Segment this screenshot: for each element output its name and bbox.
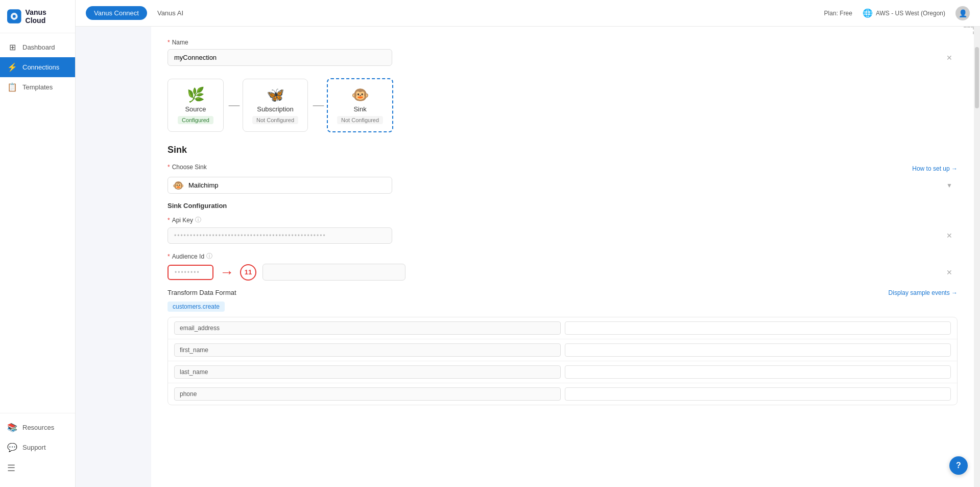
mapping-value-2[interactable]: [565, 365, 951, 379]
audience-annotation: •••••••• → 11 ✕: [168, 264, 958, 281]
audience-input-wrapper: ✕: [262, 264, 958, 281]
svg-point-2: [13, 15, 16, 18]
user-avatar[interactable]: 👤: [955, 6, 970, 20]
pipeline-step-source[interactable]: 🌿 Source Configured: [168, 79, 224, 132]
mapping-value-3[interactable]: [565, 387, 951, 401]
mapping-row-0: [168, 317, 957, 339]
mailchimp-icon: 🐵: [173, 180, 184, 191]
sidebar-item-label: Resources: [22, 424, 54, 431]
support-icon: 💬: [7, 443, 17, 452]
main: * Name ✕ 🌿 Source Configured ···········…: [151, 27, 980, 487]
mapping-value-1[interactable]: [565, 343, 951, 357]
scrollbar[interactable]: [974, 27, 980, 487]
scrollbar-thumb[interactable]: [975, 47, 979, 108]
pipeline-step-sink[interactable]: 🐵 Sink Not Configured: [327, 78, 393, 132]
sidebar-item-label: Dashboard: [22, 43, 55, 51]
sink-select-wrapper: 🐵 Mailchimp ▼: [168, 177, 958, 194]
transform-header: Transform Data Format Display sample eve…: [168, 289, 958, 296]
chevron-down-icon: ▼: [946, 182, 952, 189]
api-key-label: * Api Key ⓘ: [168, 216, 958, 224]
dashed-corner-top: [964, 27, 974, 34]
region-label: AWS - US West (Oregon): [876, 10, 945, 17]
audience-id-label: * Audience Id ⓘ: [168, 252, 958, 261]
region-badge: 🌐 AWS - US West (Oregon): [863, 8, 945, 18]
name-input[interactable]: [168, 49, 392, 66]
sidebar-item-label: Templates: [22, 83, 53, 91]
mapping-field-1[interactable]: [174, 343, 561, 357]
mapping-field-2[interactable]: [174, 365, 561, 379]
audience-id-field: * Audience Id ⓘ •••••••• → 11 ✕: [168, 252, 958, 281]
resources-icon: 📚: [7, 423, 17, 432]
globe-icon: 🌐: [863, 8, 873, 18]
source-label: Source: [185, 105, 206, 113]
sidebar-item-templates[interactable]: 📋 Templates: [0, 77, 75, 97]
sidebar-item-support[interactable]: 💬 Support: [0, 437, 75, 457]
choose-sink-field: * Choose Sink How to set up → 🐵 Mailchim…: [168, 164, 958, 194]
sink-section-title: Sink: [168, 145, 958, 155]
pipeline-arrow-1: ·····················: [224, 100, 243, 111]
audience-clear-button[interactable]: ✕: [946, 268, 952, 276]
subscription-icon: 🦋: [267, 86, 284, 103]
required-star-2: *: [168, 164, 170, 171]
sidebar-bottom: 📚 Resources 💬 Support ☰: [0, 413, 75, 487]
mapping-value-0[interactable]: [565, 321, 951, 335]
required-star: *: [168, 39, 170, 46]
sidebar-item-label: Support: [22, 444, 46, 451]
mapping-row-1: [168, 339, 957, 361]
api-key-input[interactable]: [168, 227, 392, 244]
choose-sink-label: * Choose Sink: [168, 164, 207, 171]
display-sample-link[interactable]: Display sample events →: [889, 289, 958, 296]
api-key-input-wrapper: ✕: [168, 227, 958, 244]
mapping-table: [168, 317, 958, 405]
sidebar-item-connections[interactable]: ⚡ Connections: [0, 57, 75, 77]
tab-vanus-connect[interactable]: Vanus Connect: [86, 6, 147, 20]
sink-icon: 🐵: [351, 86, 369, 103]
sink-select[interactable]: Mailchimp: [168, 177, 392, 194]
source-status: Configured: [178, 116, 213, 124]
pipeline-step-subscription[interactable]: 🦋 Subscription Not Configured: [243, 79, 308, 132]
pipeline-arrow-2: ·····················: [308, 100, 327, 111]
required-star-3: *: [168, 217, 170, 224]
plan-badge: Plan: Free: [824, 10, 852, 17]
how-to-setup-link[interactable]: How to set up →: [912, 165, 958, 172]
choose-sink-header: * Choose Sink How to set up →: [168, 164, 958, 174]
annotation-circle: 11: [240, 264, 256, 281]
annotation-box: ••••••••: [168, 265, 213, 280]
subscription-status: Not Configured: [252, 116, 298, 124]
logo: Vanus Cloud: [0, 0, 75, 33]
api-key-clear-button[interactable]: ✕: [946, 231, 952, 240]
sink-label: Sink: [353, 105, 366, 113]
name-clear-button[interactable]: ✕: [946, 54, 952, 62]
content-area: * Name ✕ 🌿 Source Configured ···········…: [151, 27, 974, 487]
mapping-row-2: [168, 361, 957, 383]
api-key-field: * Api Key ⓘ ✕: [168, 216, 958, 244]
menu-icon[interactable]: ☰: [0, 457, 75, 479]
sidebar-item-resources[interactable]: 📚 Resources: [0, 418, 75, 437]
mapping-field-3[interactable]: [174, 387, 561, 401]
active-tag[interactable]: customers.create: [168, 302, 225, 312]
audience-id-input[interactable]: [262, 264, 405, 281]
api-key-info-icon[interactable]: ⓘ: [195, 216, 201, 224]
sidebar: Vanus Cloud ⊞ Dashboard ⚡ Connections 📋 …: [0, 0, 76, 487]
sidebar-nav: ⊞ Dashboard ⚡ Connections 📋 Templates: [0, 33, 75, 413]
name-section: * Name ✕: [168, 39, 958, 66]
topbar: Vanus Connect Vanus AI Plan: Free 🌐 AWS …: [76, 0, 980, 27]
name-input-wrapper: ✕: [168, 49, 958, 66]
sink-status: Not Configured: [337, 116, 383, 124]
source-icon: 🌿: [187, 86, 205, 103]
topbar-tabs: Vanus Connect Vanus AI: [86, 6, 192, 20]
help-button[interactable]: ?: [949, 456, 968, 475]
audience-id-info-icon[interactable]: ⓘ: [206, 252, 212, 261]
sidebar-item-dashboard[interactable]: ⊞ Dashboard: [0, 37, 75, 57]
pipeline: 🌿 Source Configured ····················…: [168, 78, 958, 132]
name-label: * Name: [168, 39, 958, 46]
subscription-label: Subscription: [257, 105, 294, 113]
required-star-4: *: [168, 253, 170, 260]
sink-config-title: Sink Configuration: [168, 202, 958, 210]
topbar-right: Plan: Free 🌐 AWS - US West (Oregon) 👤: [824, 6, 970, 20]
connections-icon: ⚡: [7, 62, 17, 72]
sidebar-item-label: Connections: [22, 63, 59, 71]
templates-icon: 📋: [7, 82, 17, 92]
mapping-field-0[interactable]: [174, 321, 561, 335]
tab-vanus-ai[interactable]: Vanus AI: [149, 6, 192, 20]
